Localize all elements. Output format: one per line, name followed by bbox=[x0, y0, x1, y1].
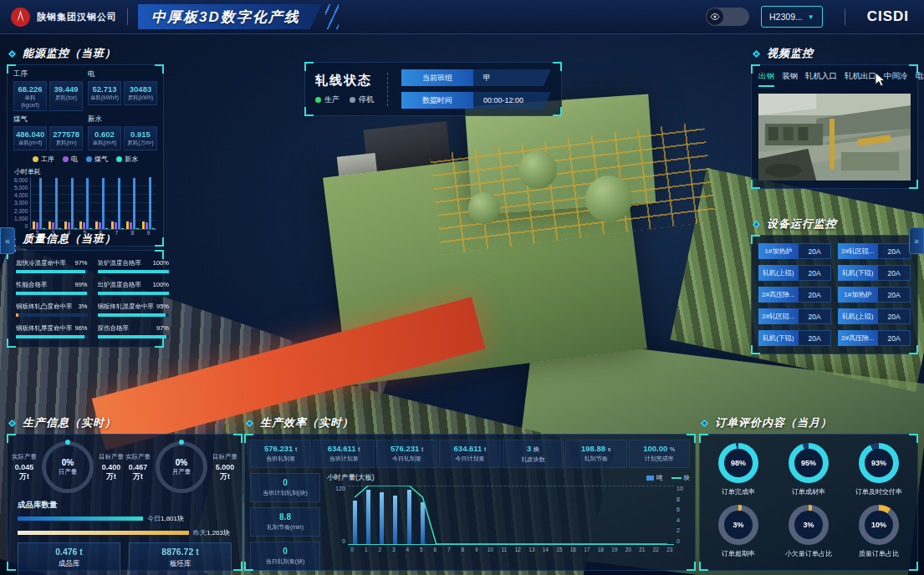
toggle-knob bbox=[707, 8, 723, 25]
panel-device-monitor: 设备运行监控 1#加热炉20A2#轧区辊...20A轧机(上辊)20A轧机(下辊… bbox=[751, 216, 918, 354]
panel-production-info: 生产信息（实时） 实际产量 0.045 万t 0% 日产量 目标产量 0.400 bbox=[7, 415, 242, 571]
quality-item: 超快冷温度命中率97% bbox=[16, 259, 88, 273]
panel-orders-title-row: 订单评价内容（当月） bbox=[699, 415, 918, 431]
left-panel-collapse-handle[interactable]: « bbox=[0, 227, 15, 254]
energy-bar-group bbox=[126, 177, 139, 229]
banner-slashes bbox=[325, 4, 339, 29]
energy-group-name: 新水 bbox=[88, 114, 157, 125]
panel-production-title: 生产信息（实时） bbox=[23, 415, 116, 430]
panel-production-title-row: 生产信息（实时） bbox=[7, 415, 242, 431]
visibility-toggle[interactable] bbox=[706, 8, 749, 26]
cctv-still-image bbox=[758, 94, 911, 181]
company-name: 陕钢集团汉钢公司 bbox=[37, 11, 117, 23]
panel-quality-info: 质量信息（当班） 超快冷温度命中率97% 装炉温度合格率100% 性能合格率99… bbox=[7, 231, 164, 348]
device-status-item: 轧机(下辊)20A bbox=[838, 265, 911, 281]
diamond-icon bbox=[751, 48, 762, 59]
video-tab-轧机入口[interactable]: 轧机入口 bbox=[805, 71, 837, 87]
device-status-item: 轧机(下辊)20A bbox=[758, 330, 831, 346]
panel-production-efficiency: 生产效率（实时） 576.231 t当班轧制量634.611 t当班计划量576… bbox=[244, 415, 696, 571]
panel-quality-title-row: 质量信息（当班） bbox=[7, 231, 164, 247]
legend-item[interactable]: 工序 bbox=[33, 155, 54, 164]
energy-group-water: 新水 0.602单耗(m³/t) 0.915累耗(万m³) bbox=[88, 114, 157, 150]
actual-output: 实际产量 0.045 万t bbox=[11, 453, 38, 482]
order-gauge: 3%小欠量订单占比 bbox=[775, 505, 842, 558]
energy-group-electric: 电 52.713单耗(kWh/t) 30483累耗(kWh) bbox=[88, 69, 157, 111]
legend-item-stopped: 停机 bbox=[350, 94, 374, 105]
energy-hourly-chart: 6,0005,000 4,0003,000 2,0001,000 0 bbox=[14, 177, 156, 230]
header-divider bbox=[845, 8, 845, 25]
rolling-status-rows: 当前班组 甲 数据时间 00:00-12:00 bbox=[401, 69, 551, 109]
video-tab-出钢[interactable]: 出钢 bbox=[758, 71, 774, 87]
energy-chart-yaxis: 6,0005,000 4,0003,000 2,0001,000 0 bbox=[14, 177, 30, 229]
panel-video-body: 出钢装钢轧机入口轧机出口中间冷电动辊 bbox=[751, 64, 918, 189]
device-selector-dropdown[interactable]: H2309... ▼ bbox=[761, 6, 823, 28]
panel-quality-body: 超快冷温度命中率97% 装炉温度合格率100% 性能合格率99% 出炉温度合格率… bbox=[7, 250, 164, 348]
mouse-cursor bbox=[875, 72, 886, 89]
legend-item[interactable]: 吨 bbox=[646, 474, 663, 482]
energy-group-name: 工序 bbox=[13, 69, 83, 79]
energy-metric: 52.713单耗(kWh/t) bbox=[88, 81, 121, 105]
video-tab-轧机出口[interactable]: 轧机出口 bbox=[845, 71, 876, 87]
chevron-down-icon: ▼ bbox=[808, 13, 814, 21]
actual-output: 实际产量 0.467 万t bbox=[125, 453, 151, 482]
monthly-output-group: 实际产量 0.467 万t 0% 月产量 目标产量 5.000 万t bbox=[125, 441, 238, 493]
panel-rolling-status: 轧线状态 生产 停机 当前班组 甲 数据时间 00:00-12:00 bbox=[304, 62, 562, 116]
panel-energy-title-row: 能源监控（当班） bbox=[7, 45, 164, 62]
energy-metric: 277578累耗(m³) bbox=[49, 126, 83, 150]
quality-item: 出炉温度合格率100% bbox=[98, 281, 170, 295]
header-divider bbox=[127, 8, 128, 25]
panel-production-body: 实际产量 0.045 万t 0% 日产量 目标产量 0.400 万t 实际产量 bbox=[7, 434, 242, 571]
panel-device-title: 设备运行监控 bbox=[767, 216, 837, 232]
hourly-chart-left-axis: 120 0 bbox=[327, 486, 348, 544]
efficiency-metric: 576.231 t今日轧制量 bbox=[376, 440, 437, 468]
energy-bar-group bbox=[142, 177, 155, 229]
energy-bar-group bbox=[33, 177, 45, 229]
panel-efficiency-title-row: 生产效率（实时） bbox=[244, 415, 696, 431]
header-bar: 陕钢集团汉钢公司 中厚板3D数字化产线 H2309... ▼ CISDI bbox=[0, 0, 924, 34]
status-row-value: 00:00-12:00 bbox=[473, 92, 551, 109]
target-output: 目标产量 0.400 万t bbox=[98, 453, 125, 482]
efficiency-metric: 576.231 t当班轧制量 bbox=[250, 440, 311, 468]
video-tab-装钢[interactable]: 装钢 bbox=[782, 71, 798, 87]
energy-groups: 工序 68.226单耗(kgce/t) 39.449累耗(tce) 电 52.7… bbox=[8, 65, 163, 150]
rolling-status-title: 轧线状态 bbox=[315, 73, 374, 89]
hourly-line-series bbox=[348, 486, 674, 544]
order-gauge: 10%质量订单占比 bbox=[845, 505, 912, 558]
energy-group-gas: 煤气 486.040单耗(m³/t) 277578累耗(m³) bbox=[13, 114, 83, 150]
legend-item[interactable]: 块 bbox=[671, 474, 691, 482]
quality-item: 探伤合格率97% bbox=[98, 324, 170, 338]
quality-item: 钢板终轧凸度命中率3% bbox=[16, 303, 88, 317]
dashboard-root: 陕钢集团汉钢公司 中厚板3D数字化产线 H2309... ▼ CISDI bbox=[0, 0, 924, 575]
legend-item[interactable]: 煤气 bbox=[86, 155, 108, 164]
quality-item: 钢板终轧温度命中率95% bbox=[98, 303, 170, 317]
right-panel-collapse-handle[interactable]: » bbox=[909, 227, 924, 254]
panel-device-body: 1#加热炉20A2#轧区辊...20A轧机(上辊)20A轧机(下辊)20A2#高… bbox=[751, 235, 918, 354]
cctv-video-thumbnail[interactable] bbox=[758, 94, 911, 181]
legend-item[interactable]: 新水 bbox=[116, 155, 138, 164]
video-tab-中间冷[interactable]: 中间冷 bbox=[884, 71, 908, 87]
legend-item[interactable]: 电 bbox=[63, 155, 78, 164]
efficiency-metric: 198.88 s轧制节奏 bbox=[565, 440, 626, 468]
energy-metric: 30483累耗(kWh) bbox=[124, 81, 157, 105]
efficiency-metrics-row: 576.231 t当班轧制量634.611 t当班计划量576.231 t今日轧… bbox=[245, 435, 695, 471]
panel-energy-body: 工序 68.226单耗(kgce/t) 39.449累耗(tce) 电 52.7… bbox=[7, 64, 164, 247]
panel-device-title-row: 设备运行监控 bbox=[751, 216, 918, 232]
efficiency-side-metric: 0当班计划轧制(块) bbox=[250, 473, 320, 502]
device-status-item: 2#高压除...20A bbox=[838, 330, 911, 346]
page-title-banner: 中厚板3D数字化产线 bbox=[138, 4, 322, 29]
order-gauge: 95%订单成材率 bbox=[775, 443, 842, 496]
order-gauge: 3%订单超期率 bbox=[705, 505, 772, 558]
quality-item: 性能合格率99% bbox=[16, 281, 88, 295]
order-gauges-grid: 98%订单完成率95%订单成材率93%订单及时交付率3%订单超期率3%小欠量订单… bbox=[700, 435, 917, 567]
finished-warehouse-box: 0.476 t 成品库 bbox=[18, 542, 120, 575]
today-stock-bar: 今日1,801块 bbox=[18, 514, 232, 523]
panel-orders-body: 98%订单完成率95%订单成材率93%订单及时交付率3%订单超期率3%小欠量订单… bbox=[699, 434, 918, 571]
company-logo-icon bbox=[10, 7, 31, 28]
energy-bar-group bbox=[64, 177, 77, 229]
panel-video-title-row: 视频监控 bbox=[751, 45, 918, 62]
hourly-chart-legend: 吨 块 bbox=[646, 474, 690, 482]
panel-efficiency-title: 生产效率（实时） bbox=[260, 415, 354, 430]
status-row-shift: 当前班组 甲 bbox=[401, 69, 551, 86]
diamond-icon bbox=[244, 418, 255, 429]
eye-icon bbox=[710, 12, 720, 22]
